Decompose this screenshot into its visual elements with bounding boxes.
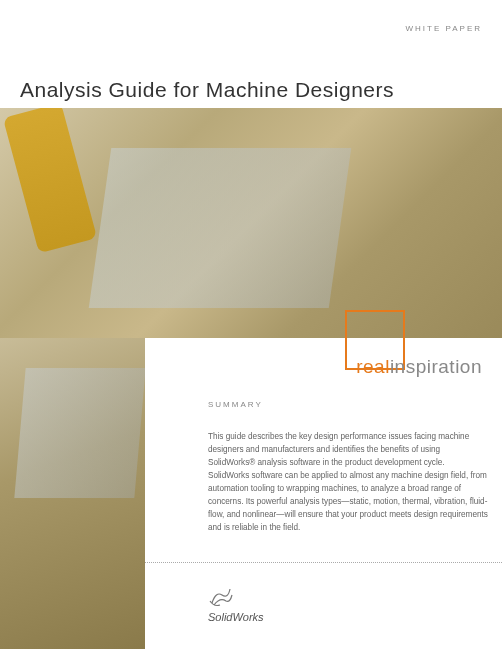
document-type-label: WHITE PAPER [405, 24, 482, 33]
solidworks-logo-icon [208, 585, 234, 609]
secondary-machine-image [0, 338, 145, 649]
brand-logo: SolidWorks [208, 585, 264, 623]
divider-line [145, 562, 502, 563]
tagline-word-1: real [356, 356, 390, 377]
hero-machine-image [0, 108, 502, 338]
summary-heading: SUMMARY [208, 400, 263, 409]
tagline: realinspiration [356, 356, 482, 378]
tagline-word-2: inspiration [390, 356, 482, 377]
page-title: Analysis Guide for Machine Designers [20, 78, 394, 102]
summary-body: This guide describes the key design perf… [208, 430, 488, 534]
brand-name: SolidWorks [208, 611, 264, 623]
